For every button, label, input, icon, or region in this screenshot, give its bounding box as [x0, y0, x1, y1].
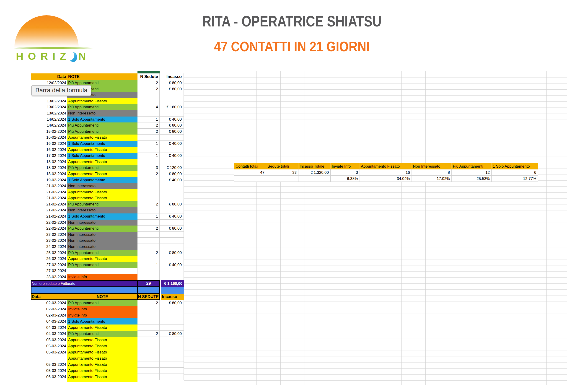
note-cell[interactable]: Appuntamento Fissato — [67, 159, 138, 165]
date-cell[interactable]: 21-02-2024 — [31, 183, 67, 189]
incasso-cell[interactable] — [160, 110, 184, 116]
incasso-cell[interactable]: € 40,00 — [160, 141, 184, 147]
nsedute-cell[interactable] — [138, 98, 160, 104]
totals-label[interactable]: Numero sedute e Fatturato — [31, 280, 138, 287]
date-cell[interactable]: 13/02/2024 — [31, 104, 67, 110]
nsedute-cell[interactable] — [138, 355, 160, 362]
summary-percent-cell[interactable] — [234, 176, 266, 182]
summary-percent-cell[interactable]: 6,38% — [331, 176, 360, 182]
date-cell[interactable]: 18-02-2024 — [31, 165, 67, 171]
nsedute-cell[interactable]: 1 — [138, 213, 160, 220]
nsedute-cell[interactable]: 1 — [138, 141, 160, 147]
date-cell[interactable]: 05-03-2024 — [31, 343, 67, 349]
incasso-cell[interactable]: € 40,00 — [160, 213, 184, 220]
incasso-cell[interactable]: € 80,00 — [160, 225, 184, 232]
note-cell[interactable]: Appuntamento Fissato — [67, 324, 138, 331]
nsedute-cell[interactable]: 2 — [138, 225, 160, 232]
note-cell[interactable]: Appuntamento Fissato — [67, 368, 138, 374]
note-cell[interactable]: 1 Solo Appuntamento — [67, 318, 138, 324]
incasso-cell[interactable] — [160, 159, 184, 165]
incasso-cell[interactable] — [160, 92, 184, 98]
incasso-cell[interactable] — [160, 343, 184, 349]
summary-value-cell[interactable]: 6 — [492, 169, 538, 176]
nsedute-cell[interactable]: 2 — [138, 123, 160, 129]
nsedute-cell[interactable] — [138, 268, 160, 274]
spacer-left[interactable] — [31, 287, 160, 294]
summary-value-cell[interactable]: 3 — [331, 169, 360, 176]
incasso-cell[interactable]: € 80,00 — [160, 86, 184, 92]
date-cell[interactable]: 05-03-2024 — [31, 362, 67, 368]
incasso-cell[interactable]: € 160,00 — [160, 104, 184, 110]
date-cell[interactable]: 13/02/2024 — [31, 110, 67, 116]
date-cell[interactable]: 04-03-2024 — [31, 324, 67, 331]
date-cell[interactable]: 02-03-2024 — [31, 312, 67, 318]
nsedute-cell[interactable] — [138, 207, 160, 213]
date-cell[interactable]: 15-02-2024 — [31, 129, 67, 135]
note-cell[interactable]: Più Appuntamenti — [67, 201, 138, 208]
nsedute-cell[interactable]: 2 — [138, 171, 160, 177]
summary-value-cell[interactable]: 16 — [360, 169, 412, 176]
incasso-cell[interactable]: € 80,00 — [160, 300, 184, 306]
summary-value-cell[interactable]: 12 — [452, 169, 492, 176]
note-cell[interactable]: Più Appuntamenti — [67, 225, 138, 232]
note-cell[interactable]: Non Interessato — [67, 232, 138, 238]
incasso-cell[interactable]: € 80,00 — [160, 123, 184, 129]
note-cell[interactable]: Non Interessato — [67, 110, 138, 116]
column-header-data[interactable]: Data — [31, 294, 67, 300]
date-cell[interactable]: 23-02-2024 — [31, 238, 67, 244]
note-cell[interactable]: 1 Solo Appuntamento — [67, 141, 138, 147]
note-cell[interactable]: Non Interessato — [67, 207, 138, 213]
nsedute-cell[interactable] — [138, 274, 160, 280]
summary-percent-cell[interactable] — [266, 176, 298, 182]
nsedute-cell[interactable] — [138, 183, 160, 189]
date-cell[interactable]: 02-03-2024 — [31, 300, 67, 306]
incasso-cell[interactable]: € 120,00 — [160, 165, 184, 171]
date-cell[interactable]: 22-02-2024 — [31, 225, 67, 232]
incasso-cell[interactable]: € 80,00 — [160, 331, 184, 337]
note-cell[interactable]: Appuntamento Fissato — [67, 147, 138, 153]
nsedute-cell[interactable]: 1 — [138, 177, 160, 183]
incasso-cell[interactable] — [160, 189, 184, 196]
incasso-cell[interactable] — [160, 238, 184, 244]
incasso-cell[interactable]: € 80,00 — [160, 250, 184, 256]
note-cell[interactable]: Appuntamento Fissato — [67, 355, 138, 362]
date-cell[interactable]: 21-02-2024 — [31, 213, 67, 220]
summary-column-header[interactable]: Incasso Totale — [298, 163, 331, 169]
incasso-cell[interactable] — [160, 318, 184, 324]
nsedute-cell[interactable] — [138, 374, 160, 380]
column-header-note[interactable]: NOTE — [67, 73, 138, 80]
nsedute-cell[interactable] — [138, 343, 160, 349]
note-cell[interactable]: Non Interessato — [67, 238, 138, 244]
note-cell[interactable]: Non Interessato — [67, 244, 138, 250]
date-cell[interactable]: 21-02-2024 — [31, 207, 67, 213]
incasso-cell[interactable]: € 80,00 — [160, 201, 184, 208]
incasso-cell[interactable]: € 40,00 — [160, 262, 184, 268]
totals-nsedute[interactable]: 29 — [138, 280, 160, 287]
nsedute-cell[interactable] — [138, 220, 160, 226]
nsedute-cell[interactable] — [138, 232, 160, 238]
column-header-data[interactable]: Data — [31, 73, 67, 80]
note-cell[interactable]: Appuntamento Fissato — [67, 256, 138, 262]
spacer-right[interactable] — [161, 287, 184, 294]
note-cell[interactable] — [67, 268, 138, 274]
date-cell[interactable]: 24-02-2024 — [31, 244, 67, 250]
incasso-cell[interactable] — [160, 207, 184, 213]
summary-column-header[interactable]: Sedute totali — [266, 163, 298, 169]
date-cell[interactable]: 18-02-2024 — [31, 171, 67, 177]
date-cell[interactable]: 13/02/2024 — [31, 98, 67, 104]
summary-percent-cell[interactable] — [298, 176, 331, 182]
nsedute-cell[interactable] — [138, 147, 160, 153]
date-cell[interactable]: 16-02-2024 — [31, 147, 67, 153]
date-cell[interactable]: 21-02-2024 — [31, 195, 67, 201]
summary-percent-cell[interactable]: 25,53% — [452, 176, 492, 182]
date-cell[interactable]: 25-02-2024 — [31, 250, 67, 256]
nsedute-cell[interactable] — [138, 349, 160, 355]
nsedute-cell[interactable] — [138, 244, 160, 250]
incasso-cell[interactable] — [160, 147, 184, 153]
note-cell[interactable]: Appuntamento Fissato — [67, 374, 138, 380]
nsedute-cell[interactable] — [138, 92, 160, 98]
nsedute-cell[interactable] — [138, 318, 160, 324]
note-cell[interactable]: 1 Solo Appuntamento — [67, 213, 138, 220]
nsedute-cell[interactable] — [138, 110, 160, 116]
note-cell[interactable]: Appuntamento Fissato — [67, 337, 138, 343]
